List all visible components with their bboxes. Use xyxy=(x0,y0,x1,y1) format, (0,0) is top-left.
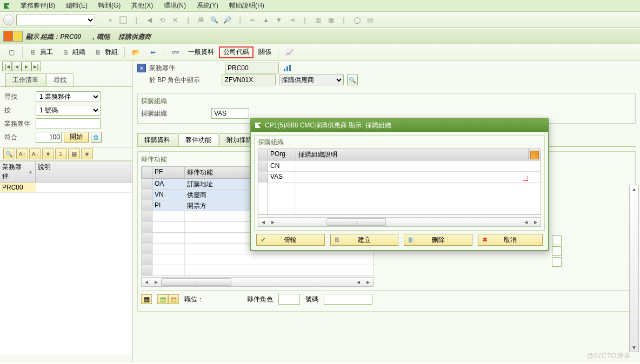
menu-help[interactable]: 輔助說明(H) xyxy=(224,1,270,10)
scroll-thumb[interactable]: ::: xyxy=(326,218,386,226)
scroll-right2-icon[interactable]: ▸ xyxy=(531,218,541,226)
company-code-button[interactable]: 公司代碼 xyxy=(219,46,254,58)
relation-button[interactable]: 關係 xyxy=(255,46,275,58)
bp-field[interactable] xyxy=(225,63,279,73)
favorite-button[interactable]: ★ xyxy=(81,149,93,159)
sum-button[interactable]: Σ xyxy=(55,149,67,159)
scroll-right2-icon[interactable]: ▸ xyxy=(363,278,373,286)
result-col-desc[interactable]: 說明 xyxy=(36,161,132,182)
cancel-icon[interactable]: ✕ xyxy=(170,15,181,25)
role-code-field[interactable] xyxy=(222,75,276,85)
layout-button[interactable]: ▦ xyxy=(68,149,80,159)
command-field[interactable] xyxy=(16,15,95,25)
scroll-thumb[interactable]: ::: xyxy=(161,278,231,286)
subtab-partnerfunc[interactable]: 夥伴功能 xyxy=(178,133,218,146)
general-button[interactable]: 一般資料 xyxy=(184,46,218,58)
number-field[interactable] xyxy=(324,294,372,305)
table-hscroll[interactable]: ◂ ▸ ::: ◂ ▸ xyxy=(141,277,374,287)
create-button[interactable]: 🗎 建立 xyxy=(330,234,399,246)
find-select[interactable]: 1 業務夥伴 xyxy=(36,91,101,102)
table-row[interactable] xyxy=(141,254,374,265)
employee-button[interactable]: 🗎員工 xyxy=(25,46,57,58)
enter-button[interactable] xyxy=(3,15,14,25)
back-arrow-icon[interactable]: ◀ xyxy=(144,15,155,25)
organization-button[interactable]: 🗎組織 xyxy=(58,46,89,58)
subtab-purchdata[interactable]: 採購資料 xyxy=(137,133,177,146)
row-checkbox[interactable] xyxy=(552,235,562,245)
back-bp-button[interactable]: ⬅ xyxy=(145,46,161,58)
popup-row[interactable]: CN xyxy=(258,160,541,171)
details-button[interactable]: 🔍 xyxy=(3,149,15,159)
col-pf[interactable]: PF xyxy=(152,167,185,178)
firstpage-icon[interactable]: ⇤ xyxy=(248,15,258,25)
newsession-icon[interactable]: ▥ xyxy=(312,15,323,25)
nextpage-icon[interactable]: ▼ xyxy=(274,15,284,25)
save-icon[interactable] xyxy=(118,15,129,25)
scroll-right-icon[interactable]: ◂ xyxy=(521,218,531,226)
role-select[interactable]: 採購供應商 xyxy=(279,75,344,85)
switch-button[interactable]: 👓 xyxy=(167,46,183,58)
chart-icon[interactable] xyxy=(282,63,293,73)
popup-col-porg[interactable]: POrg xyxy=(268,149,296,160)
scroll-left2-icon[interactable]: ▸ xyxy=(151,278,161,286)
clear-button[interactable]: 🗑 xyxy=(91,132,102,143)
layout-icon[interactable]: ▦ xyxy=(325,15,336,25)
detail-vscroll[interactable]: ▲ ▼ xyxy=(629,185,639,352)
row-checkbox[interactable] xyxy=(552,246,562,256)
max-input[interactable] xyxy=(36,132,62,143)
find-icon[interactable]: 🔍 xyxy=(209,15,219,25)
menu-bp[interactable]: 業務夥伴(B) xyxy=(15,1,61,10)
position-button[interactable]: ▦ xyxy=(141,294,152,304)
overview-button[interactable]: 📈 xyxy=(281,46,297,58)
scroll-up-icon[interactable]: ▲ xyxy=(631,186,637,192)
delete-button[interactable]: 🗑 刪除 xyxy=(404,234,472,246)
popup-col-desc[interactable]: 採購組織說明 xyxy=(296,149,529,160)
result-col-bp[interactable]: 業務夥伴▲ xyxy=(0,161,36,182)
popup-header[interactable]: CP1(5)/888 CMC採購供應商 顯示: 採購組織 xyxy=(251,119,548,132)
scroll-right-icon[interactable]: ◂ xyxy=(354,278,363,286)
exit-icon[interactable]: ⟲ xyxy=(157,15,168,25)
close-icon[interactable]: ✕ xyxy=(137,64,146,72)
sort-asc-button[interactable]: A↑ xyxy=(16,149,28,159)
insert-row-button[interactable]: ▤ xyxy=(157,294,168,304)
partner-role-field[interactable] xyxy=(278,294,300,305)
group-button[interactable]: 🗎群組 xyxy=(90,46,122,58)
transfer-button[interactable]: ✔ 傳輸 xyxy=(256,234,325,246)
purch-org-field[interactable] xyxy=(211,108,249,119)
nav-first-button[interactable]: |◂ xyxy=(2,62,12,71)
menu-system[interactable]: 系統(Y) xyxy=(191,1,224,10)
locator-button[interactable]: ▢ xyxy=(3,46,19,58)
customize-icon[interactable]: ▤ xyxy=(364,15,375,25)
tab-worklist[interactable]: 工作清單 xyxy=(5,73,45,86)
scroll-left-icon[interactable]: ◂ xyxy=(258,218,268,226)
row-checkbox[interactable] xyxy=(552,257,562,267)
scroll-left2-icon[interactable]: ▸ xyxy=(268,218,278,226)
bp-input[interactable] xyxy=(36,118,101,129)
popup-config-button[interactable] xyxy=(529,149,541,160)
nav-last-button[interactable]: ▸| xyxy=(31,62,41,71)
lastpage-icon[interactable]: ⇥ xyxy=(286,15,297,25)
findnext-icon[interactable]: 🔎 xyxy=(222,15,232,25)
popup-hscroll[interactable]: ◂ ▸ ::: ◂ ▸ xyxy=(258,217,541,227)
scroll-left-icon[interactable]: ◂ xyxy=(142,278,151,286)
nav-prev-button[interactable]: ◂ xyxy=(12,62,22,71)
back-icon[interactable]: « xyxy=(105,15,116,25)
table-row[interactable] xyxy=(141,265,374,276)
tab-find[interactable]: 尋找 xyxy=(46,73,74,86)
menu-edit[interactable]: 編輯(E) xyxy=(61,1,93,10)
filter-button[interactable]: ▼ xyxy=(42,149,54,159)
prevpage-icon[interactable]: ▲ xyxy=(261,15,271,25)
role-search-button[interactable]: 🔍 xyxy=(347,75,358,85)
result-row[interactable]: PRC00 xyxy=(0,183,132,193)
menu-other[interactable]: 其他(X) xyxy=(126,1,158,10)
sort-desc-button[interactable]: A↓ xyxy=(29,149,41,159)
print-icon[interactable]: 🖶 xyxy=(196,15,206,25)
by-select[interactable]: 1 號碼 xyxy=(36,105,101,116)
start-button[interactable]: 開始 xyxy=(64,132,89,143)
nav-next-button[interactable]: ▸ xyxy=(22,62,31,71)
delete-row-button[interactable]: ▤ xyxy=(168,294,179,304)
popup-row[interactable]: VAS xyxy=(258,171,541,182)
menu-goto[interactable]: 轉到(G) xyxy=(93,1,126,10)
scroll-down-icon[interactable]: ▼ xyxy=(631,345,637,350)
help-icon[interactable]: ◯ xyxy=(351,15,362,25)
